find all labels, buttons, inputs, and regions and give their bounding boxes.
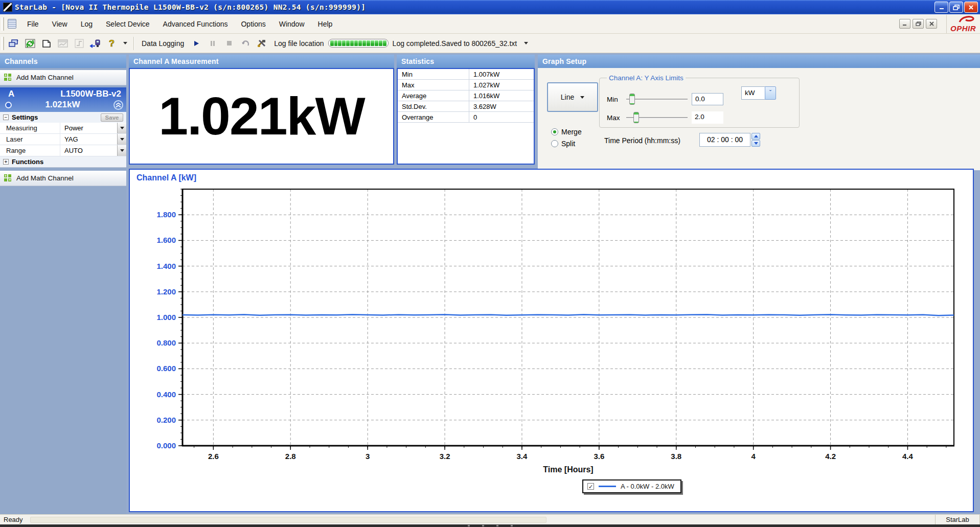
connect-device-icon[interactable]: [88, 36, 103, 51]
y-min-slider[interactable]: [626, 94, 688, 105]
chart-panel: Channel A [kW] 0.0000.2000.4000.6000.800…: [129, 169, 974, 512]
log-progress-bar: [328, 39, 389, 48]
svg-text:3.2: 3.2: [440, 452, 450, 461]
menu-log[interactable]: Log: [74, 17, 99, 31]
log-reset-icon[interactable]: [238, 36, 253, 51]
chart-legend[interactable]: ✓ A - 0.0kW - 2.0kW: [582, 479, 681, 493]
chart-icon[interactable]: [55, 36, 71, 51]
close-button[interactable]: [964, 2, 978, 13]
svg-text:1.800: 1.800: [156, 210, 176, 219]
svg-text:0.000: 0.000: [156, 441, 176, 450]
time-period-label: Time Period (hh:mm:ss): [604, 136, 680, 145]
measurement-panel: Channel A Measurement 1.021kW: [129, 55, 394, 165]
svg-text:4: 4: [751, 452, 756, 461]
table-row: Std.Dev.3.628W: [398, 101, 534, 112]
step-function-icon[interactable]: [72, 36, 87, 51]
child-close-button[interactable]: [926, 19, 937, 29]
log-pause-icon[interactable]: [205, 36, 220, 51]
minimize-button[interactable]: [935, 2, 948, 13]
refresh-icon[interactable]: [22, 36, 38, 51]
laser-dropdown-button[interactable]: [117, 134, 126, 145]
child-restore-button[interactable]: [913, 19, 924, 29]
mdi-child-icon[interactable]: [8, 19, 16, 29]
spinner-up-icon[interactable]: [751, 133, 760, 140]
add-math-channel-button-2[interactable]: Add Math Channel: [0, 171, 126, 186]
menu-help[interactable]: Help: [311, 17, 339, 31]
y-max-label: Max: [607, 114, 622, 122]
cascade-windows-icon[interactable]: [6, 36, 21, 51]
channels-panel: Channels Add Math Channel A L1500W-BB-v2…: [0, 55, 126, 514]
line-type-dropdown[interactable]: Line: [547, 82, 598, 112]
y-max-slider[interactable]: [626, 112, 688, 123]
log-status-caret[interactable]: [524, 42, 528, 44]
svg-text:1.600: 1.600: [156, 236, 176, 244]
statistics-table: Min1.007kW Max1.027kW Average1.016kW Std…: [397, 68, 535, 165]
collapse-box-icon[interactable]: −: [3, 114, 9, 120]
measuring-dropdown-button[interactable]: [117, 123, 126, 133]
settings-section-row[interactable]: − Settings Save: [0, 112, 126, 123]
functions-section-row[interactable]: + Functions: [0, 156, 126, 167]
log-play-icon[interactable]: [189, 36, 204, 51]
chevron-down-icon: [580, 96, 584, 99]
restore-button[interactable]: [949, 2, 963, 13]
chart-svg: 0.0000.2000.4000.6000.8001.0001.2001.400…: [130, 170, 973, 510]
help-icon[interactable]: ?: [104, 36, 120, 51]
menu-select-device[interactable]: Select Device: [99, 17, 156, 31]
toolbar-separator: [133, 37, 134, 50]
split-radio-circle[interactable]: [551, 140, 558, 147]
expand-box-icon[interactable]: +: [3, 159, 9, 165]
window-title: StarLab - [Nova II Thermopile L1500W-BB-…: [15, 3, 366, 11]
toolbar-overflow-caret[interactable]: [123, 42, 127, 44]
menubar-grip: [2, 17, 4, 31]
log-status-text: Log completed.Saved to 800265_32.txt: [393, 39, 517, 48]
y-min-label: Min: [607, 96, 622, 103]
legend-line-sample: [599, 486, 616, 487]
menu-options[interactable]: Options: [234, 17, 272, 31]
merge-radio-circle[interactable]: [551, 128, 558, 135]
svg-text:2.8: 2.8: [285, 452, 296, 461]
svg-text:2.6: 2.6: [208, 452, 219, 461]
menu-view[interactable]: View: [45, 17, 74, 31]
time-period-spinner[interactable]: [751, 133, 760, 147]
setting-row-laser: Laser YAG: [0, 134, 126, 145]
child-minimize-button[interactable]: [899, 19, 910, 29]
new-document-icon[interactable]: [39, 36, 54, 51]
svg-text:3.6: 3.6: [594, 452, 604, 461]
save-button[interactable]: Save: [101, 113, 123, 122]
add-math-channel-label: Add Math Channel: [16, 74, 74, 81]
status-app-name: StarLab: [935, 515, 980, 525]
svg-text:3.8: 3.8: [671, 452, 681, 461]
data-logging-label: Data Logging: [142, 39, 184, 48]
unit-select-chevron-icon[interactable]: ˇ: [765, 86, 776, 100]
svg-text:1.400: 1.400: [156, 262, 176, 270]
svg-text:?: ?: [109, 38, 115, 49]
svg-text:4.2: 4.2: [825, 452, 836, 461]
channel-a-card[interactable]: A L1500W-BB-v2 1.021kW: [0, 87, 126, 112]
add-math-channel-label-2: Add Math Channel: [16, 174, 74, 182]
channel-id: A: [8, 89, 14, 99]
range-dropdown-button[interactable]: [117, 145, 126, 156]
channel-select-radio[interactable]: [5, 102, 12, 108]
ophir-logo: OPHIR: [946, 15, 978, 33]
menu-file[interactable]: File: [20, 17, 45, 31]
svg-text:0.600: 0.600: [156, 364, 176, 373]
status-groove: [30, 517, 546, 523]
collapse-chevron-icon[interactable]: [113, 100, 123, 110]
legend-checkbox[interactable]: ✓: [587, 483, 594, 490]
time-period-input[interactable]: 02 : 00 : 00: [699, 133, 750, 147]
y-min-input[interactable]: 0.0: [692, 93, 723, 105]
log-stop-icon[interactable]: [221, 36, 237, 51]
merge-radio[interactable]: Merge: [551, 128, 582, 136]
menu-advanced-functions[interactable]: Advanced Functions: [156, 17, 235, 31]
spinner-down-icon[interactable]: [751, 140, 760, 147]
add-math-channel-button[interactable]: Add Math Channel: [0, 70, 126, 85]
unit-select-value[interactable]: kW: [741, 86, 765, 100]
split-radio[interactable]: Split: [551, 140, 575, 148]
log-file-location-label: Log file location: [274, 39, 324, 48]
menu-window[interactable]: Window: [272, 17, 311, 31]
y-max-input[interactable]: 2.0: [692, 111, 723, 124]
svg-text:1.200: 1.200: [156, 287, 176, 296]
log-settings-icon[interactable]: [254, 36, 269, 51]
y-axis-limits-fieldset: Channel A: Y Axis Limits Min 0.0 Max 2.0: [599, 74, 800, 128]
svg-text:Time [Hours]: Time [Hours]: [543, 465, 593, 474]
